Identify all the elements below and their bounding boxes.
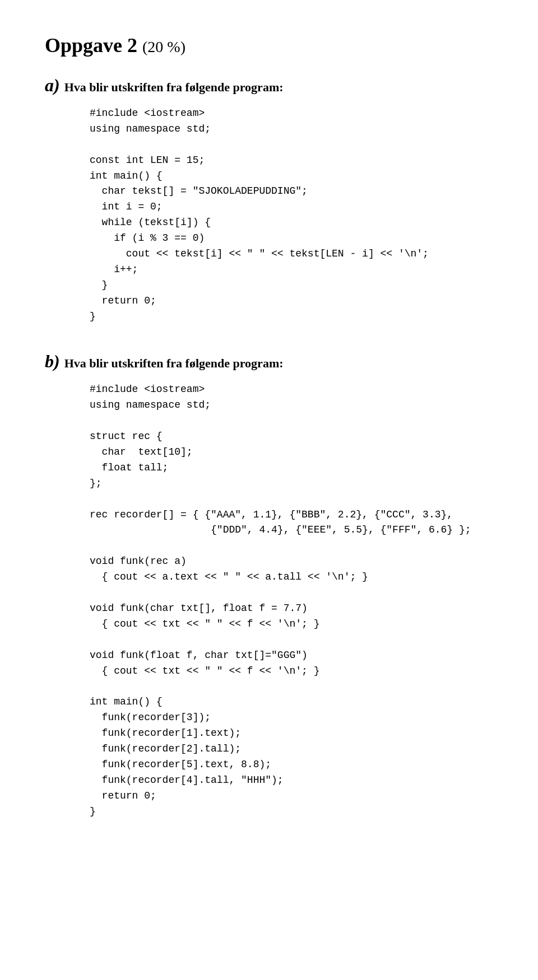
- section-a-letter: a): [45, 75, 60, 96]
- section-b-question: Hva blir utskriften fra følgende program…: [64, 356, 284, 371]
- page-title: Oppgave 2 (20 %): [45, 34, 493, 57]
- section-a-code: #include <iostream> using namespace std;…: [90, 106, 493, 324]
- section-a-label: a) Hva blir utskriften fra følgende prog…: [45, 75, 493, 96]
- section-b-code: #include <iostream> using namespace std;…: [90, 382, 493, 819]
- title-text: Oppgave 2: [45, 34, 137, 57]
- section-b-letter: b): [45, 351, 60, 372]
- section-b-label: b) Hva blir utskriften fra følgende prog…: [45, 351, 493, 372]
- section-b: b) Hva blir utskriften fra følgende prog…: [45, 351, 493, 819]
- section-a: a) Hva blir utskriften fra følgende prog…: [45, 75, 493, 324]
- title-percent: (20 %): [142, 38, 185, 55]
- section-a-question: Hva blir utskriften fra følgende program…: [64, 80, 284, 95]
- page-wrapper: Oppgave 2 (20 %) a) Hva blir utskriften …: [45, 34, 493, 980]
